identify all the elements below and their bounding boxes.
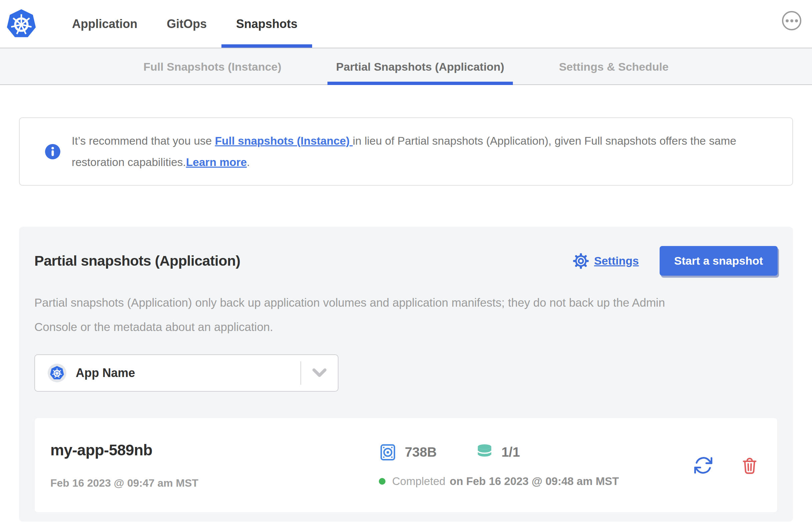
snapshot-stats: 738B 1/1 xyxy=(379,443,693,462)
settings-link-label: Settings xyxy=(594,254,639,267)
panel-header: Partial snapshots (Application) xyxy=(34,246,778,276)
status-label: Completed xyxy=(392,475,446,488)
ellipsis-icon xyxy=(786,19,789,22)
snapshot-details: 738B 1/1 Completed on Feb 16 2023 @ 09:4… xyxy=(379,443,693,488)
top-nav: Application GitOps Snapshots xyxy=(0,0,812,48)
delete-snapshot-button[interactable] xyxy=(740,456,759,475)
snapshot-row: my-app-589nb Feb 16 2023 @ 09:47 am MST … xyxy=(34,418,778,513)
snapshot-started-timestamp: Feb 16 2023 @ 09:47 am MST xyxy=(50,477,379,489)
volume-disk-icon xyxy=(379,443,397,462)
snapshots-sub-tabs: Full Snapshots (Instance) Partial Snapsh… xyxy=(0,48,812,85)
trash-icon xyxy=(740,456,759,475)
tab-gitops[interactable]: GitOps xyxy=(152,0,221,48)
kubernetes-logo xyxy=(6,0,38,48)
tab-application[interactable]: Application xyxy=(57,0,152,48)
banner-text-end: . xyxy=(247,156,250,168)
panel-description: Partial snapshots (Application) only bac… xyxy=(34,290,705,339)
app-select-value: App Name xyxy=(76,366,135,380)
snapshot-info: my-app-589nb Feb 16 2023 @ 09:47 am MST xyxy=(50,441,379,489)
primary-tabs: Application GitOps Snapshots xyxy=(57,0,312,48)
restore-snapshot-button[interactable] xyxy=(693,455,714,476)
start-snapshot-button[interactable]: Start a snapshot xyxy=(659,246,778,276)
snapshot-volumes-value: 1/1 xyxy=(502,445,520,460)
status-dot-icon xyxy=(379,478,386,485)
banner-text: It’s recommend that you use Full snapsho… xyxy=(72,130,772,173)
chevron-down-icon[interactable] xyxy=(301,368,338,378)
snapshot-status: Completed on Feb 16 2023 @ 09:48 am MST xyxy=(379,475,693,488)
snapshot-actions xyxy=(693,455,759,476)
info-icon xyxy=(44,143,61,160)
snapshot-settings-link[interactable]: Settings xyxy=(573,253,639,269)
banner-text-start: It’s recommend that you use xyxy=(72,135,215,147)
gear-icon xyxy=(573,253,589,269)
database-icon xyxy=(476,443,494,462)
app-kubernetes-icon xyxy=(48,364,67,382)
full-snapshots-link[interactable]: Full snapshots (Instance) xyxy=(215,135,353,147)
snapshot-size-stat: 738B xyxy=(379,443,437,462)
snapshot-name: my-app-589nb xyxy=(50,441,379,459)
info-banner: It’s recommend that you use Full snapsho… xyxy=(19,117,793,186)
partial-snapshots-panel: Partial snapshots (Application) xyxy=(19,227,793,522)
snapshot-size-value: 738B xyxy=(405,445,437,460)
app-name-select[interactable]: App Name xyxy=(34,354,338,392)
tab-partial-snapshots-application[interactable]: Partial Snapshots (Application) xyxy=(328,48,513,85)
kubernetes-logo-icon xyxy=(6,8,37,41)
status-completed-timestamp: on Feb 16 2023 @ 09:48 am MST xyxy=(450,475,619,488)
tab-full-snapshots-instance[interactable]: Full Snapshots (Instance) xyxy=(135,48,290,85)
snapshot-volumes-stat: 1/1 xyxy=(476,443,520,462)
tab-snapshots[interactable]: Snapshots xyxy=(221,0,312,48)
tab-settings-schedule[interactable]: Settings & Schedule xyxy=(550,48,677,85)
overflow-menu-button[interactable] xyxy=(782,11,801,30)
panel-header-actions: Settings Start a snapshot xyxy=(573,246,778,276)
learn-more-link[interactable]: Learn more xyxy=(186,156,247,168)
page-title: Partial snapshots (Application) xyxy=(34,253,241,269)
restore-sync-icon xyxy=(693,455,714,476)
